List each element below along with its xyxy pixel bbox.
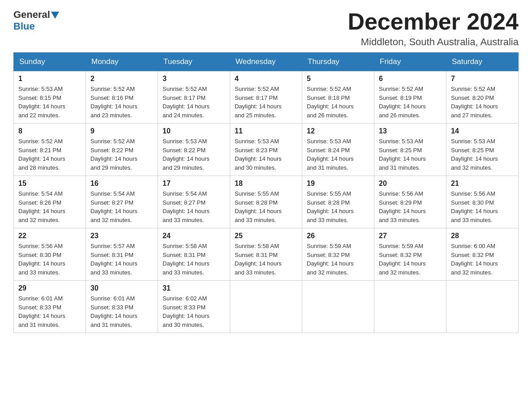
day-number: 5: [307, 75, 369, 83]
weekday-header-wednesday: Wednesday: [230, 53, 302, 71]
day-number: 12: [307, 127, 369, 135]
calendar-cell: 8 Sunrise: 5:52 AM Sunset: 8:21 PM Dayli…: [14, 124, 86, 176]
day-number: 18: [235, 180, 297, 188]
day-number: 25: [235, 232, 297, 240]
day-info: Sunrise: 5:52 AM Sunset: 8:18 PM Dayligh…: [307, 85, 369, 120]
day-info: Sunrise: 5:52 AM Sunset: 8:21 PM Dayligh…: [18, 137, 81, 172]
day-number: 11: [235, 127, 297, 135]
svg-marker-0: [51, 12, 59, 19]
calendar-cell: [302, 281, 374, 333]
day-info: Sunrise: 5:59 AM Sunset: 8:32 PM Dayligh…: [307, 242, 369, 277]
day-info: Sunrise: 5:56 AM Sunset: 8:29 PM Dayligh…: [379, 189, 442, 224]
title-area: December 2024 Middleton, South Australia…: [348, 9, 519, 48]
day-number: 31: [163, 284, 225, 292]
weekday-header-thursday: Thursday: [302, 53, 374, 71]
day-number: 9: [90, 127, 153, 135]
calendar-week-row: 29 Sunrise: 6:01 AM Sunset: 8:33 PM Dayl…: [14, 281, 519, 333]
weekday-header-tuesday: Tuesday: [158, 53, 230, 71]
day-info: Sunrise: 5:54 AM Sunset: 8:26 PM Dayligh…: [18, 189, 81, 224]
calendar-week-row: 22 Sunrise: 5:56 AM Sunset: 8:30 PM Dayl…: [14, 228, 519, 281]
calendar-cell: 23 Sunrise: 5:57 AM Sunset: 8:31 PM Dayl…: [86, 228, 158, 281]
logo-general-text: General: [13, 9, 50, 21]
day-number: 1: [18, 75, 81, 83]
day-number: 15: [18, 180, 81, 188]
calendar-cell: 29 Sunrise: 6:01 AM Sunset: 8:33 PM Dayl…: [14, 281, 86, 333]
day-number: 28: [451, 232, 514, 240]
calendar-cell: 5 Sunrise: 5:52 AM Sunset: 8:18 PM Dayli…: [302, 71, 374, 124]
calendar-week-row: 15 Sunrise: 5:54 AM Sunset: 8:26 PM Dayl…: [14, 176, 519, 228]
day-info: Sunrise: 5:56 AM Sunset: 8:30 PM Dayligh…: [451, 189, 514, 224]
calendar-cell: 7 Sunrise: 5:52 AM Sunset: 8:20 PM Dayli…: [446, 71, 519, 124]
day-info: Sunrise: 5:52 AM Sunset: 8:17 PM Dayligh…: [235, 85, 297, 120]
calendar-cell: 12 Sunrise: 5:53 AM Sunset: 8:24 PM Dayl…: [302, 124, 374, 176]
calendar-cell: 6 Sunrise: 5:52 AM Sunset: 8:19 PM Dayli…: [374, 71, 446, 124]
day-info: Sunrise: 5:53 AM Sunset: 8:23 PM Dayligh…: [235, 137, 297, 172]
calendar-cell: [374, 281, 446, 333]
day-number: 20: [379, 180, 442, 188]
day-info: Sunrise: 5:58 AM Sunset: 8:31 PM Dayligh…: [163, 242, 225, 277]
location-title: Middleton, South Australia, Australia: [348, 36, 519, 48]
calendar-cell: 16 Sunrise: 5:54 AM Sunset: 8:27 PM Dayl…: [86, 176, 158, 228]
day-info: Sunrise: 5:52 AM Sunset: 8:17 PM Dayligh…: [163, 85, 225, 120]
calendar-cell: 28 Sunrise: 6:00 AM Sunset: 8:32 PM Dayl…: [446, 228, 519, 281]
calendar-cell: 18 Sunrise: 5:55 AM Sunset: 8:28 PM Dayl…: [230, 176, 302, 228]
day-number: 21: [451, 180, 514, 188]
calendar-cell: 1 Sunrise: 5:53 AM Sunset: 8:15 PM Dayli…: [14, 71, 86, 124]
day-number: 3: [163, 75, 225, 83]
day-number: 27: [379, 232, 442, 240]
day-number: 23: [90, 232, 153, 240]
calendar-cell: [446, 281, 519, 333]
calendar-cell: 13 Sunrise: 5:53 AM Sunset: 8:25 PM Dayl…: [374, 124, 446, 176]
day-info: Sunrise: 5:58 AM Sunset: 8:31 PM Dayligh…: [235, 242, 297, 277]
calendar-cell: 4 Sunrise: 5:52 AM Sunset: 8:17 PM Dayli…: [230, 71, 302, 124]
calendar-cell: 27 Sunrise: 5:59 AM Sunset: 8:32 PM Dayl…: [374, 228, 446, 281]
calendar-week-row: 1 Sunrise: 5:53 AM Sunset: 8:15 PM Dayli…: [14, 71, 519, 124]
day-info: Sunrise: 6:00 AM Sunset: 8:32 PM Dayligh…: [451, 242, 514, 277]
day-number: 17: [163, 180, 225, 188]
day-info: Sunrise: 5:52 AM Sunset: 8:16 PM Dayligh…: [90, 85, 153, 120]
calendar-cell: 15 Sunrise: 5:54 AM Sunset: 8:26 PM Dayl…: [14, 176, 86, 228]
day-number: 29: [18, 284, 81, 292]
day-number: 4: [235, 75, 297, 83]
day-info: Sunrise: 5:53 AM Sunset: 8:25 PM Dayligh…: [451, 137, 514, 172]
day-number: 14: [451, 127, 514, 135]
weekday-header-monday: Monday: [86, 53, 158, 71]
day-number: 10: [163, 127, 225, 135]
day-info: Sunrise: 5:53 AM Sunset: 8:22 PM Dayligh…: [163, 137, 225, 172]
calendar-cell: 11 Sunrise: 5:53 AM Sunset: 8:23 PM Dayl…: [230, 124, 302, 176]
day-info: Sunrise: 5:55 AM Sunset: 8:28 PM Dayligh…: [307, 189, 369, 224]
day-number: 6: [379, 75, 442, 83]
day-number: 22: [18, 232, 81, 240]
day-number: 8: [18, 127, 81, 135]
calendar-cell: 9 Sunrise: 5:52 AM Sunset: 8:22 PM Dayli…: [86, 124, 158, 176]
day-info: Sunrise: 5:53 AM Sunset: 8:24 PM Dayligh…: [307, 137, 369, 172]
day-info: Sunrise: 6:01 AM Sunset: 8:33 PM Dayligh…: [90, 294, 153, 329]
weekday-header-saturday: Saturday: [446, 53, 519, 71]
calendar-cell: 19 Sunrise: 5:55 AM Sunset: 8:28 PM Dayl…: [302, 176, 374, 228]
calendar-cell: 26 Sunrise: 5:59 AM Sunset: 8:32 PM Dayl…: [302, 228, 374, 281]
logo: General Blue: [13, 9, 59, 32]
day-info: Sunrise: 6:01 AM Sunset: 8:33 PM Dayligh…: [18, 294, 81, 329]
calendar-cell: 21 Sunrise: 5:56 AM Sunset: 8:30 PM Dayl…: [446, 176, 519, 228]
day-info: Sunrise: 5:57 AM Sunset: 8:31 PM Dayligh…: [90, 242, 153, 277]
calendar-cell: 20 Sunrise: 5:56 AM Sunset: 8:29 PM Dayl…: [374, 176, 446, 228]
calendar-cell: 17 Sunrise: 5:54 AM Sunset: 8:27 PM Dayl…: [158, 176, 230, 228]
day-info: Sunrise: 5:55 AM Sunset: 8:28 PM Dayligh…: [235, 189, 297, 224]
day-info: Sunrise: 5:54 AM Sunset: 8:27 PM Dayligh…: [163, 189, 225, 224]
day-number: 26: [307, 232, 369, 240]
calendar-cell: 3 Sunrise: 5:52 AM Sunset: 8:17 PM Dayli…: [158, 71, 230, 124]
weekday-header-row: SundayMondayTuesdayWednesdayThursdayFrid…: [14, 53, 519, 71]
day-info: Sunrise: 5:52 AM Sunset: 8:19 PM Dayligh…: [379, 85, 442, 120]
day-info: Sunrise: 5:56 AM Sunset: 8:30 PM Dayligh…: [18, 242, 81, 277]
calendar-cell: 31 Sunrise: 6:02 AM Sunset: 8:33 PM Dayl…: [158, 281, 230, 333]
calendar-cell: 24 Sunrise: 5:58 AM Sunset: 8:31 PM Dayl…: [158, 228, 230, 281]
calendar-table: SundayMondayTuesdayWednesdayThursdayFrid…: [13, 52, 519, 333]
weekday-header-sunday: Sunday: [14, 53, 86, 71]
day-number: 2: [90, 75, 153, 83]
day-info: Sunrise: 5:52 AM Sunset: 8:22 PM Dayligh…: [90, 137, 153, 172]
page-header: General Blue December 2024 Middleton, So…: [13, 9, 519, 48]
day-number: 19: [307, 180, 369, 188]
calendar-cell: 14 Sunrise: 5:53 AM Sunset: 8:25 PM Dayl…: [446, 124, 519, 176]
day-number: 7: [451, 75, 514, 83]
calendar-week-row: 8 Sunrise: 5:52 AM Sunset: 8:21 PM Dayli…: [14, 124, 519, 176]
